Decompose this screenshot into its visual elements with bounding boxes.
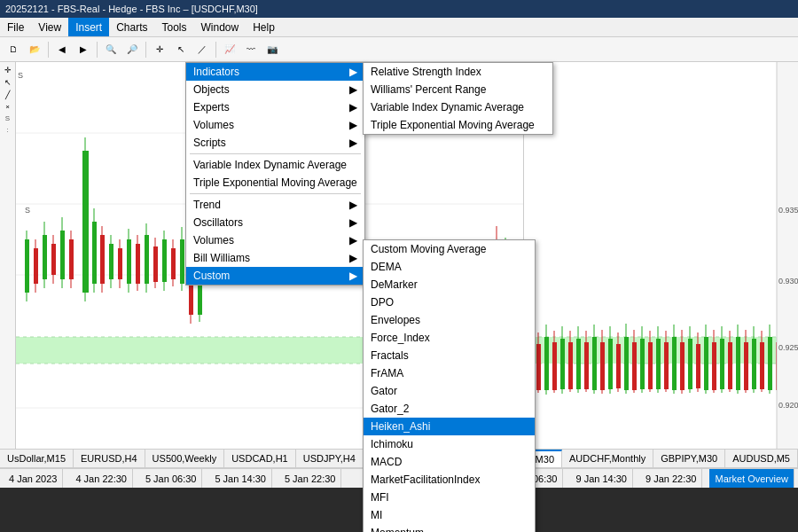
custom-dropdown[interactable]: Custom Moving Average DEMA DeMarker DPO … xyxy=(363,239,536,532)
menu-custom-label: Custom xyxy=(193,270,230,282)
toolbar-back[interactable]: ◀ xyxy=(52,40,72,59)
toolbar-zoomout[interactable]: 🔎 xyxy=(122,40,142,59)
custom-force-index[interactable]: Force_Index xyxy=(364,329,535,347)
menu-volumes[interactable]: Volumes ▶ xyxy=(186,116,364,134)
menu-scripts[interactable]: Scripts ▶ xyxy=(186,134,364,152)
custom-mi[interactable]: MI xyxy=(364,506,535,524)
custom-ichimoku[interactable]: Ichimoku xyxy=(364,435,535,453)
custom-mfi[interactable]: MFI xyxy=(364,489,535,506)
status-5jan2230: 5 Jan 22:30 xyxy=(279,469,342,488)
menu-scripts-arrow: ▶ xyxy=(349,137,357,149)
menu-triple-ema-label: Triple Exponential Moving Average xyxy=(193,176,357,189)
toolbar-camera[interactable]: 📷 xyxy=(262,40,282,59)
menu-insert[interactable]: Insert xyxy=(68,18,109,36)
menu-scripts-label: Scripts xyxy=(193,137,226,149)
tab-usdjpy[interactable]: USDJPY,H4 xyxy=(296,450,364,467)
custom-gator[interactable]: Gator xyxy=(364,382,535,400)
menu-oscillators-label: Oscillators xyxy=(193,216,243,229)
custom-cma[interactable]: Custom Moving Average xyxy=(364,240,535,258)
menu-file[interactable]: File xyxy=(0,18,31,36)
tool-s: S xyxy=(5,114,10,122)
menu-triple-ema[interactable]: Triple Exponential Moving Average xyxy=(186,174,364,192)
menu-view[interactable]: View xyxy=(31,18,68,36)
toolbar-sep2 xyxy=(97,42,98,58)
insert-dropdown: Indicators ▶ Objects ▶ Experts ▶ Volumes… xyxy=(185,62,365,286)
custom-momentum[interactable]: Momentum xyxy=(364,524,535,532)
toolbar-zoomin[interactable]: 🔍 xyxy=(101,40,121,59)
svg-rect-165 xyxy=(777,62,798,449)
custom-demarker[interactable]: DeMarker xyxy=(364,276,535,293)
custom-gator2[interactable]: Gator_2 xyxy=(364,400,535,418)
left-tools: ✛ ↖ ╱ × S : xyxy=(0,62,16,449)
custom-mfi-index[interactable]: MarketFacilitationIndex xyxy=(364,471,535,489)
right-chart-svg: 0.9350 0.9300 0.9250 0.9200 xyxy=(524,62,798,449)
menu-bill-williams[interactable]: Bill Williams ▶ xyxy=(186,249,364,267)
menu-volumes-label: Volumes xyxy=(193,119,234,131)
menu-oscillators[interactable]: Oscillators ▶ xyxy=(186,214,364,231)
menu-custom[interactable]: Custom ▶ xyxy=(186,267,364,285)
tool-arrow[interactable]: ↖ xyxy=(4,78,12,87)
tool-line[interactable]: ╱ xyxy=(5,90,10,99)
toolbar-arrow[interactable]: ↖ xyxy=(171,40,191,59)
price-label-top: S xyxy=(18,71,23,80)
menu-bar: File View Insert Charts Tools Window Hel… xyxy=(0,18,798,37)
toolbar-indicator[interactable]: 📈 xyxy=(220,40,239,59)
menu-indicators[interactable]: Indicators ▶ xyxy=(186,63,364,81)
status-4jan2230: 4 Jan 22:30 xyxy=(70,469,133,488)
tool-x1[interactable]: × xyxy=(5,103,10,111)
toolbar-line[interactable]: ／ xyxy=(192,40,212,59)
custom-frama[interactable]: FrAMA xyxy=(364,364,535,382)
ind-wpr[interactable]: Williams' Percent Range xyxy=(364,81,552,98)
svg-text:0.9300: 0.9300 xyxy=(778,277,798,286)
menu-indicators-label: Indicators xyxy=(193,66,239,78)
tab-audchf[interactable]: AUDCHF,Monthly xyxy=(562,450,653,467)
menu-volumes2-arrow: ▶ xyxy=(349,234,357,246)
tab-eurusd[interactable]: EURUSD,H4 xyxy=(74,450,145,467)
custom-dema[interactable]: DEMA xyxy=(364,258,535,276)
menu-objects-label: Objects xyxy=(193,83,230,96)
menu-experts[interactable]: Experts ▶ xyxy=(186,98,364,116)
menu-variable-index[interactable]: Variable Index Dynamic Average xyxy=(186,156,364,174)
menu-volumes2[interactable]: Volumes ▶ xyxy=(186,231,364,249)
toolbar-sep1 xyxy=(48,42,49,58)
toolbar-sep4 xyxy=(215,42,216,58)
tab-usdollar[interactable]: UsDollar,M15 xyxy=(0,450,74,467)
ind-tema[interactable]: Triple Exponential Moving Average xyxy=(364,116,552,134)
menu-tools[interactable]: Tools xyxy=(155,18,194,36)
menu-objects[interactable]: Objects ▶ xyxy=(186,81,364,98)
tab-us500[interactable]: US500,Weekly xyxy=(145,450,225,467)
tab-audusd[interactable]: AUDUSD,M5 xyxy=(725,450,798,467)
toolbar-wave[interactable]: 〰 xyxy=(241,40,261,59)
status-5jan1430: 5 Jan 14:30 xyxy=(209,469,272,488)
toolbar: 🗋 📂 ◀ ▶ 🔍 🔎 ✛ ↖ ／ 📈 〰 📷 xyxy=(0,37,798,62)
toolbar-open[interactable]: 📂 xyxy=(25,40,44,59)
toolbar-sep3 xyxy=(145,42,146,58)
custom-heiken-ashi[interactable]: Heiken_Ashi xyxy=(364,418,535,435)
menu-bill-williams-label: Bill Williams xyxy=(193,252,250,264)
custom-envelopes[interactable]: Envelopes xyxy=(364,311,535,329)
status-market-overview[interactable]: Market Overview xyxy=(709,469,794,488)
tab-usdcad[interactable]: USDCAD,H1 xyxy=(224,450,296,467)
menu-trend[interactable]: Trend ▶ xyxy=(186,196,364,214)
toolbar-new[interactable]: 🗋 xyxy=(4,40,23,59)
tool-dots: : xyxy=(6,126,8,134)
ind-wpr-label: Williams' Percent Range xyxy=(371,83,486,96)
menu-help[interactable]: Help xyxy=(246,18,282,36)
insert-sep2 xyxy=(190,193,361,194)
custom-dpo[interactable]: DPO xyxy=(364,293,535,311)
tool-cross[interactable]: ✛ xyxy=(4,66,12,74)
main-content: ✛ ↖ ╱ × S : xyxy=(0,62,798,449)
ind-vidya[interactable]: Variable Index Dynamic Average xyxy=(364,98,552,116)
toolbar-fwd[interactable]: ▶ xyxy=(74,40,93,59)
status-9jan2230: 9 Jan 22:30 xyxy=(640,469,703,488)
status-5jan0630: 5 Jan 06:30 xyxy=(140,469,203,488)
custom-fractals[interactable]: Fractals xyxy=(364,347,535,364)
custom-macd[interactable]: MACD xyxy=(364,453,535,471)
menu-window[interactable]: Window xyxy=(194,18,246,36)
tab-gbpipy[interactable]: GBPIPY,M30 xyxy=(653,450,725,467)
menu-charts[interactable]: Charts xyxy=(109,18,154,36)
status-9jan1430: 9 Jan 14:30 xyxy=(570,469,633,488)
toolbar-crosshair[interactable]: ✛ xyxy=(150,40,169,59)
menu-custom-arrow: ▶ xyxy=(349,270,357,282)
ind-rsi[interactable]: Relative Strength Index xyxy=(364,63,552,81)
